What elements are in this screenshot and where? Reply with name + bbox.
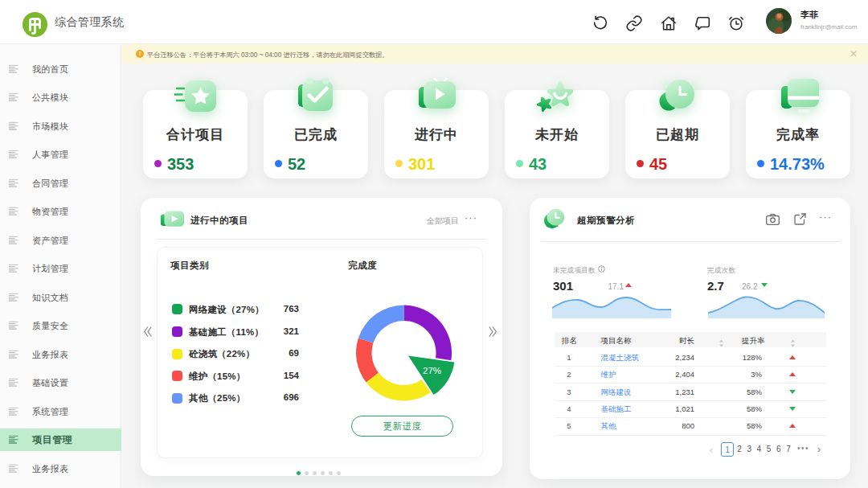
svg-text:27%: 27% <box>423 366 441 375</box>
